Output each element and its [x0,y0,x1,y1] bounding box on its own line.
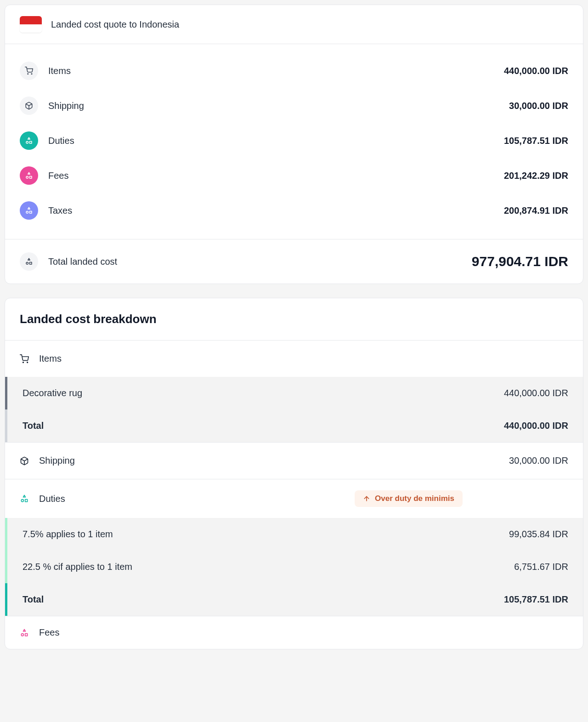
over-de-minimis-badge: Over duty de minimis [355,490,463,507]
summary-title: Landed cost quote to Indonesia [51,19,179,30]
shapes-icon [20,494,29,503]
shapes-icon [20,252,38,271]
breakdown-duty-row: 22.5 % cif applies to 1 item 6,751.67 ID… [5,551,583,583]
svg-point-1 [31,74,32,74]
duty-rule-value: 6,751.67 IDR [514,562,568,572]
summary-footer: Total landed cost 977,904.71 IDR [5,239,583,284]
svg-rect-10 [30,262,32,265]
svg-rect-6 [30,176,32,179]
svg-point-9 [26,262,28,265]
svg-rect-15 [25,500,28,502]
svg-point-11 [23,362,24,363]
cart-icon [20,62,38,80]
breakdown-duties-label: Duties [39,494,65,504]
arrow-up-icon [363,495,370,502]
badge-text: Over duty de minimis [375,494,454,503]
svg-point-0 [28,74,28,74]
shapes-icon [20,166,38,185]
total-landed-value: 977,904.71 IDR [472,254,568,269]
items-label: Items [48,66,71,76]
svg-point-5 [26,176,28,179]
taxes-value: 200,874.91 IDR [504,205,568,216]
cart-icon [20,354,29,364]
breakdown-duties-total: Total 105,787.51 IDR [5,583,583,616]
summary-header: Landed cost quote to Indonesia [5,5,583,44]
breakdown-items-head: Items [5,341,583,377]
breakdown-items-label: Items [39,353,62,364]
summary-row-duties: Duties 105,787.51 IDR [20,123,568,158]
breakdown-fees-label: Fees [39,627,59,638]
breakdown-duty-row: 7.5% applies to 1 item 99,035.84 IDR [5,518,583,551]
breakdown-fees-head: Fees [5,616,583,649]
breakdown-duties-head: Duties Over duty de minimis [5,479,583,518]
breakdown-shipping-head: Shipping 30,000.00 IDR [5,442,583,479]
breakdown-header: Landed cost breakdown [5,298,583,341]
package-icon [20,456,29,466]
items-total-label: Total [23,421,44,431]
svg-point-17 [21,633,23,636]
summary-row-shipping: Shipping 30,000.00 IDR [20,88,568,123]
summary-body: Items 440,000.00 IDR Shipping 30,000.00 … [5,44,583,239]
item-value: 440,000.00 IDR [504,388,568,398]
shapes-icon [20,131,38,150]
duty-rule-label: 7.5% applies to 1 item [23,529,113,540]
duties-total-label: Total [23,594,44,605]
summary-row-fees: Fees 201,242.29 IDR [20,158,568,193]
breakdown-items-total: Total 440,000.00 IDR [5,409,583,442]
breakdown-title: Landed cost breakdown [20,312,568,326]
shipping-value: 30,000.00 IDR [509,101,568,111]
shapes-icon [20,201,38,220]
duty-rule-label: 22.5 % cif applies to 1 item [23,562,132,572]
shipping-label: Shipping [48,101,84,111]
svg-point-7 [26,211,28,214]
svg-rect-8 [30,211,32,214]
taxes-label: Taxes [48,205,72,216]
breakdown-item-row: Decorative rug 440,000.00 IDR [5,377,583,409]
total-landed-label: Total landed cost [48,256,117,267]
duties-total-value: 105,787.51 IDR [504,594,568,605]
fees-value: 201,242.29 IDR [504,171,568,181]
svg-point-12 [27,362,28,363]
breakdown-card: Landed cost breakdown Items Decorative r… [5,298,583,649]
svg-rect-4 [30,142,32,144]
duty-rule-value: 99,035.84 IDR [509,529,568,540]
breakdown-shipping-value: 30,000.00 IDR [509,455,568,466]
summary-row-taxes: Taxes 200,874.91 IDR [20,193,568,228]
svg-point-3 [26,142,28,144]
duties-label: Duties [48,136,74,146]
summary-row-items: Items 440,000.00 IDR [20,53,568,88]
svg-point-14 [21,500,23,502]
package-icon [20,97,38,115]
duties-value: 105,787.51 IDR [504,136,568,146]
summary-card: Landed cost quote to Indonesia Items 440… [5,5,583,284]
shapes-icon [20,628,29,637]
items-value: 440,000.00 IDR [504,66,568,76]
item-name: Decorative rug [23,388,82,398]
items-total-value: 440,000.00 IDR [504,421,568,431]
breakdown-shipping-label: Shipping [39,455,75,466]
fees-label: Fees [48,171,68,181]
svg-rect-18 [25,633,28,636]
indonesia-flag-icon [20,16,42,33]
